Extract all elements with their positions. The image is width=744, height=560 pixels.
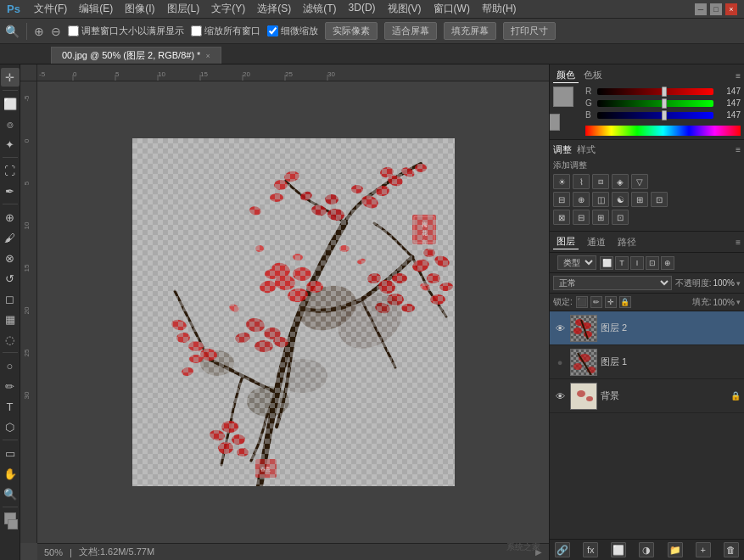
- fit-screen-button[interactable]: 适合屏幕: [384, 22, 437, 40]
- zoom-tool-button[interactable]: 🔍: [1, 484, 20, 503]
- menu-text[interactable]: 文字(Y): [206, 1, 250, 17]
- fit-window-input[interactable]: [68, 25, 79, 36]
- r-slider[interactable]: [597, 88, 713, 95]
- filter-adjust-icon[interactable]: T: [615, 256, 629, 270]
- zoom-in-icon[interactable]: ⊕: [34, 25, 44, 38]
- panel-menu-icon[interactable]: ≡: [736, 71, 741, 81]
- layer-mask-button[interactable]: ⬜: [611, 542, 626, 557]
- brush-tool-button[interactable]: 🖌: [1, 228, 20, 247]
- document-tab[interactable]: 00.jpg @ 50% (图层 2, RGB/8#) * ×: [51, 47, 221, 64]
- fill-screen-button[interactable]: 填充屏幕: [444, 22, 496, 40]
- curves-btn[interactable]: ⌇: [573, 174, 590, 189]
- menu-help[interactable]: 帮助(H): [477, 1, 522, 17]
- b-slider[interactable]: [597, 112, 713, 119]
- styles-tab[interactable]: 样式: [577, 143, 596, 156]
- photo-filter-btn[interactable]: ⊞: [631, 192, 648, 207]
- menu-select[interactable]: 选择(S): [252, 1, 296, 17]
- levels-btn[interactable]: ⊟: [553, 192, 570, 207]
- delete-layer-button[interactable]: 🗑: [724, 542, 739, 557]
- filter-smart-icon[interactable]: ⊕: [661, 256, 674, 270]
- print-size-button[interactable]: 打印尺寸: [503, 22, 556, 40]
- lock-all-icon[interactable]: 🔒: [619, 296, 631, 308]
- menu-view[interactable]: 视图(V): [383, 1, 427, 17]
- layer-fx-button[interactable]: fx: [583, 542, 598, 557]
- foreground-color[interactable]: [553, 87, 573, 107]
- path-tool-button[interactable]: ⬡: [1, 417, 20, 436]
- close-button[interactable]: ×: [725, 3, 737, 15]
- layer-link-button[interactable]: 🔗: [555, 542, 570, 557]
- layer2-eye-icon[interactable]: 👁: [553, 322, 567, 335]
- history-brush-button[interactable]: ↺: [1, 269, 20, 288]
- menu-file[interactable]: 文件(F): [29, 1, 72, 17]
- selective-color-btn[interactable]: ⊡: [612, 210, 629, 225]
- posterize-btn[interactable]: ⊟: [573, 210, 590, 225]
- gradient-map-btn[interactable]: ▽: [631, 174, 648, 189]
- crop-tool-button[interactable]: ⛶: [1, 161, 20, 180]
- filter-text-icon[interactable]: I: [630, 256, 644, 270]
- g-thumb[interactable]: [662, 98, 667, 109]
- adjustments-tab[interactable]: 调整: [553, 143, 572, 156]
- b-thumb[interactable]: [662, 110, 667, 120]
- move-tool-button[interactable]: ✛: [1, 68, 20, 87]
- healing-brush-button[interactable]: ⊕: [1, 208, 20, 227]
- background-color[interactable]: [549, 114, 560, 131]
- paths-tab[interactable]: 路径: [614, 235, 640, 249]
- color-tab[interactable]: 颜色: [553, 68, 579, 83]
- layer-type-select[interactable]: 类型: [557, 255, 596, 270]
- eyedropper-button[interactable]: ✒: [1, 182, 20, 200]
- menu-layer[interactable]: 图层(L): [162, 1, 205, 17]
- shape-tool-button[interactable]: ▭: [1, 444, 20, 462]
- layers-menu-icon[interactable]: ≡: [736, 238, 741, 247]
- menu-edit[interactable]: 编辑(E): [74, 1, 118, 17]
- maximize-button[interactable]: □: [710, 3, 722, 15]
- background-color-swatch[interactable]: [8, 519, 18, 529]
- hand-tool-button[interactable]: ✋: [1, 464, 20, 483]
- threshold-btn[interactable]: ⊞: [592, 210, 609, 225]
- bg-eye-icon[interactable]: 👁: [553, 389, 567, 403]
- swatches-tab[interactable]: 色板: [580, 68, 606, 83]
- menu-image[interactable]: 图像(I): [120, 1, 159, 17]
- tab-close-icon[interactable]: ×: [205, 52, 210, 60]
- lock-transparent-icon[interactable]: ⬛: [576, 296, 588, 308]
- channels-tab[interactable]: 通道: [584, 235, 609, 249]
- pen-tool-button[interactable]: ✏: [1, 377, 20, 395]
- hue-sat-btn[interactable]: ⊕: [573, 192, 590, 207]
- menu-filter[interactable]: 滤镜(T): [298, 1, 341, 17]
- brightness-btn[interactable]: ☀: [553, 174, 570, 189]
- eraser-tool-button[interactable]: ◻: [1, 289, 20, 308]
- gradient-tool-button[interactable]: ▦: [1, 310, 20, 328]
- lock-move-icon[interactable]: ✛: [605, 296, 617, 308]
- dodge-tool-button[interactable]: ○: [1, 356, 20, 375]
- filter-pixel-icon[interactable]: ⬜: [600, 256, 613, 270]
- zoom-tool-icon[interactable]: 🔍: [5, 25, 20, 38]
- blend-mode-select[interactable]: 正常: [553, 276, 672, 290]
- menu-3d[interactable]: 3D(D): [344, 1, 381, 17]
- layer-item-background[interactable]: 👁 背景 🔒: [550, 379, 744, 413]
- lasso-tool-button[interactable]: ⌾: [1, 115, 20, 133]
- minimize-button[interactable]: ─: [695, 3, 707, 15]
- new-layer-button[interactable]: +: [696, 542, 711, 557]
- black-white-btn[interactable]: ☯: [612, 192, 629, 207]
- fine-zoom-checkbox[interactable]: 细微缩放: [267, 25, 318, 37]
- zoom-out-icon[interactable]: ⊖: [51, 25, 61, 38]
- layer-adjustment-button[interactable]: ◑: [639, 542, 654, 557]
- vibrance-btn[interactable]: ◈: [612, 174, 629, 189]
- clone-tool-button[interactable]: ⊗: [1, 249, 20, 267]
- opacity-arrow[interactable]: ▾: [736, 279, 741, 288]
- layer-group-button[interactable]: 📁: [668, 542, 683, 557]
- layer1-eye-icon[interactable]: ●: [553, 356, 567, 369]
- zoom-all-checkbox[interactable]: 缩放所有窗口: [191, 25, 260, 37]
- r-thumb[interactable]: [662, 87, 667, 97]
- fine-zoom-input[interactable]: [267, 25, 278, 36]
- g-slider[interactable]: [597, 100, 713, 107]
- fill-arrow[interactable]: ▾: [736, 298, 741, 306]
- actual-pixels-button[interactable]: 实际像素: [325, 22, 378, 40]
- zoom-all-input[interactable]: [191, 25, 202, 36]
- text-tool-button[interactable]: T: [1, 397, 20, 416]
- layer-item-layer1[interactable]: ● 图层 1: [550, 345, 744, 379]
- magic-wand-button[interactable]: ✦: [1, 135, 20, 154]
- exposure-btn[interactable]: ⧈: [592, 174, 609, 189]
- lock-paint-icon[interactable]: ✏: [590, 296, 602, 308]
- color-balance-btn[interactable]: ◫: [592, 192, 609, 207]
- layer-item-layer2[interactable]: 👁 图层 2: [550, 311, 744, 345]
